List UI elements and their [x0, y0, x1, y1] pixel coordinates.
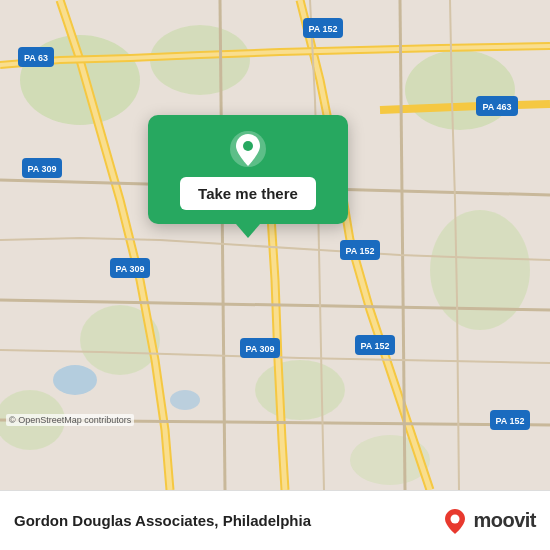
svg-text:PA 152: PA 152 — [308, 24, 337, 34]
moovit-logo: moovit — [441, 507, 536, 535]
svg-text:PA 152: PA 152 — [345, 246, 374, 256]
location-pin-icon — [228, 129, 268, 169]
svg-text:PA 152: PA 152 — [495, 416, 524, 426]
svg-point-10 — [170, 390, 200, 410]
svg-text:PA 463: PA 463 — [482, 102, 511, 112]
location-popup: Take me there — [148, 115, 348, 224]
svg-text:PA 152: PA 152 — [360, 341, 389, 351]
svg-text:PA 309: PA 309 — [245, 344, 274, 354]
svg-point-6 — [255, 360, 345, 420]
location-name: Gordon Douglas Associates, Philadelphia — [14, 512, 441, 529]
svg-point-38 — [451, 514, 460, 523]
moovit-pin-icon — [441, 507, 469, 535]
svg-point-9 — [53, 365, 97, 395]
take-me-there-button[interactable]: Take me there — [180, 177, 316, 210]
map-container: PA 63 PA 152 PA 463 PA 309 PA 30 PA 309 … — [0, 0, 550, 490]
moovit-brand-text: moovit — [473, 509, 536, 532]
svg-text:PA 309: PA 309 — [27, 164, 56, 174]
bottom-bar: Gordon Douglas Associates, Philadelphia … — [0, 490, 550, 550]
svg-text:PA 63: PA 63 — [24, 53, 48, 63]
svg-point-4 — [430, 210, 530, 330]
svg-point-3 — [405, 50, 515, 130]
map-copyright: © OpenStreetMap contributors — [6, 414, 134, 426]
svg-point-37 — [243, 141, 253, 151]
svg-text:PA 309: PA 309 — [115, 264, 144, 274]
